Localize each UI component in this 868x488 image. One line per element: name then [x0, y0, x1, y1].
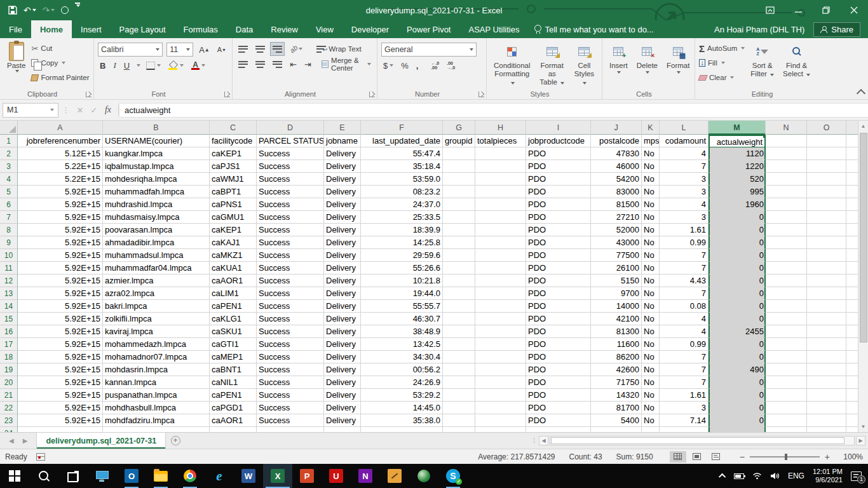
column-header-L[interactable]: L: [660, 121, 709, 135]
cell-O2[interactable]: [807, 147, 846, 160]
cell-E1[interactable]: jobname: [324, 135, 361, 147]
cisco-anyconnect-icon[interactable]: [409, 464, 438, 488]
column-header-N[interactable]: N: [766, 121, 807, 135]
search-icon[interactable]: [29, 464, 58, 488]
cell-H17[interactable]: [475, 338, 526, 351]
cell-L21[interactable]: 1.61: [660, 389, 709, 402]
cell-H14[interactable]: [475, 300, 526, 313]
cell-B5[interactable]: muhammadfah.lmpca: [103, 186, 210, 198]
cell-J15[interactable]: 42100: [591, 313, 642, 325]
cell-M3[interactable]: 1220: [709, 160, 766, 173]
cell-K22[interactable]: No: [642, 402, 660, 414]
cell-L19[interactable]: 7: [660, 363, 709, 376]
autosum-button[interactable]: ΣAutoSum: [699, 42, 745, 55]
cell-M16[interactable]: 2455: [709, 325, 766, 338]
cell-F23[interactable]: 35:38.0: [361, 414, 443, 427]
cell-C8[interactable]: caKEP1: [210, 224, 257, 236]
row-header-2[interactable]: 2: [0, 147, 18, 160]
cell-L22[interactable]: 3: [660, 402, 709, 414]
font-size-combo[interactable]: 11: [166, 43, 193, 57]
cell-N18[interactable]: [766, 351, 807, 363]
undo-dropdown-icon[interactable]: [32, 9, 36, 11]
cell-L14[interactable]: 0.08: [660, 300, 709, 313]
cell-K11[interactable]: No: [642, 262, 660, 274]
cell-K12[interactable]: No: [642, 274, 660, 287]
cell-F4[interactable]: 53:59.0: [361, 173, 443, 186]
column-header-I[interactable]: I: [526, 121, 591, 135]
cell-H21[interactable]: [475, 389, 526, 402]
cell-D1[interactable]: PARCEL STATUS: [257, 135, 324, 147]
column-header-K[interactable]: K: [642, 121, 660, 135]
scroll-right-arrow[interactable]: ▶: [856, 436, 865, 445]
cell-O14[interactable]: [807, 300, 846, 313]
cell-C20[interactable]: caNIL1: [210, 376, 257, 389]
cell-I1[interactable]: jobproductcode: [526, 135, 591, 147]
cell-D15[interactable]: Success: [257, 313, 324, 325]
formula-input[interactable]: actualweight: [119, 103, 868, 118]
ribbon-tab-file[interactable]: File: [0, 20, 31, 38]
cell-B20[interactable]: kannan.lmpca: [103, 376, 210, 389]
cell-I20[interactable]: PDO: [526, 376, 591, 389]
cell-M20[interactable]: 0: [709, 376, 766, 389]
borders-button[interactable]: [144, 59, 163, 72]
cell-H5[interactable]: [475, 186, 526, 198]
orientation-button[interactable]: ab: [288, 43, 304, 55]
cell-C23[interactable]: caAOR1: [210, 414, 257, 427]
cell-C13[interactable]: caLIM1: [210, 287, 257, 300]
cell-B19[interactable]: mohdasrin.lmpca: [103, 363, 210, 376]
cell-E16[interactable]: Delivery: [324, 325, 361, 338]
cell-M7[interactable]: 0: [709, 211, 766, 224]
unikey-icon[interactable]: U: [322, 464, 351, 488]
cell-J1[interactable]: postalcode: [591, 135, 642, 147]
cell-G6[interactable]: [443, 198, 475, 211]
number-format-combo[interactable]: General: [381, 43, 477, 57]
word-icon[interactable]: W: [234, 464, 263, 488]
cell-L16[interactable]: 4: [660, 325, 709, 338]
cell-J22[interactable]: 81700: [591, 402, 642, 414]
cell-L23[interactable]: 7.14: [660, 414, 709, 427]
cell-J12[interactable]: 5150: [591, 274, 642, 287]
column-header-M[interactable]: M: [709, 121, 766, 135]
cell-A1[interactable]: jobreferencenumber: [18, 135, 103, 147]
column-header-G[interactable]: G: [443, 121, 475, 135]
align-right-button[interactable]: [271, 58, 284, 71]
cell-O9[interactable]: [807, 236, 846, 249]
middle-align-button[interactable]: [254, 43, 267, 55]
font-family-combo[interactable]: Calibri: [98, 43, 163, 57]
cell-C11[interactable]: caKUA1: [210, 262, 257, 274]
cell-M6[interactable]: 1960: [709, 198, 766, 211]
cell-F16[interactable]: 38:48.9: [361, 325, 443, 338]
cell-L12[interactable]: 4.43: [660, 274, 709, 287]
cell-K16[interactable]: No: [642, 325, 660, 338]
cell-N14[interactable]: [766, 300, 807, 313]
cell-J5[interactable]: 83000: [591, 186, 642, 198]
cell-O5[interactable]: [807, 186, 846, 198]
cell-K2[interactable]: No: [642, 147, 660, 160]
cell-F3[interactable]: 35:18.4: [361, 160, 443, 173]
cell-I22[interactable]: PDO: [526, 402, 591, 414]
cell-N17[interactable]: [766, 338, 807, 351]
cell-I2[interactable]: PDO: [526, 147, 591, 160]
select-all-corner[interactable]: [0, 121, 18, 134]
cell-I15[interactable]: PDO: [526, 313, 591, 325]
cell-F13[interactable]: 19:44.0: [361, 287, 443, 300]
row-header-18[interactable]: 18: [0, 351, 18, 363]
cell-E5[interactable]: Delivery: [324, 186, 361, 198]
italic-button[interactable]: I: [111, 59, 118, 72]
cell-L17[interactable]: 0.99: [660, 338, 709, 351]
cell-O18[interactable]: [807, 351, 846, 363]
cell-K10[interactable]: No: [642, 249, 660, 262]
cell-F10[interactable]: 29:59.6: [361, 249, 443, 262]
cell-D5[interactable]: Success: [257, 186, 324, 198]
cell-M9[interactable]: 0: [709, 236, 766, 249]
cell-E12[interactable]: Delivery: [324, 274, 361, 287]
bottom-align-button[interactable]: [271, 43, 284, 55]
cell-K23[interactable]: No: [642, 414, 660, 427]
cell-J10[interactable]: 77500: [591, 249, 642, 262]
signed-in-user[interactable]: An Hoai Pham (DHL TH): [714, 25, 804, 34]
cell-M8[interactable]: 0: [709, 224, 766, 236]
cut-button[interactable]: ✂Cut: [31, 42, 89, 55]
cell-J17[interactable]: 11600: [591, 338, 642, 351]
column-header-F[interactable]: F: [361, 121, 443, 135]
insert-cells-button[interactable]: + Insert: [606, 41, 631, 89]
